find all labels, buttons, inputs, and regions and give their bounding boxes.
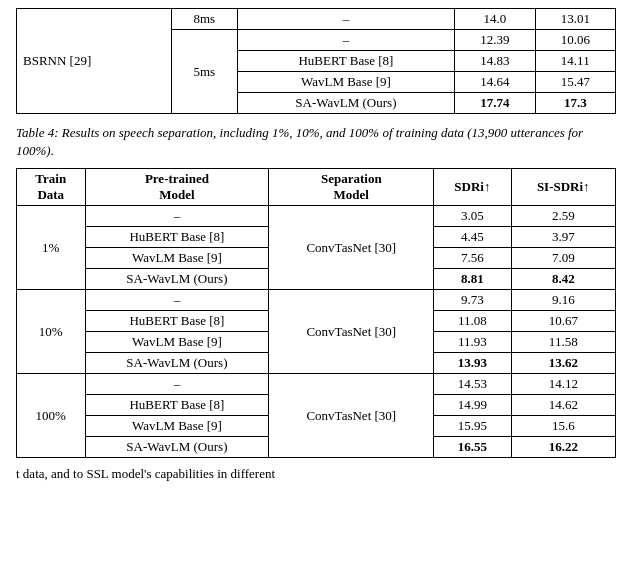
sisdri-val: 15.6 <box>511 416 615 437</box>
pretrained-hubert: HuBERT Base [8] <box>85 395 269 416</box>
pretrained-dash: – <box>85 206 269 227</box>
sisdri-2: 10.06 <box>535 30 615 51</box>
pretrained-sawavlm: SA-WavLM (Ours) <box>85 269 269 290</box>
sisdri-val-bold: 13.62 <box>511 353 615 374</box>
sisdri-val: 14.12 <box>511 374 615 395</box>
main-table: TrainData Pre-trainedModel SeparationMod… <box>16 168 616 458</box>
sisdri-val: 11.58 <box>511 332 615 353</box>
header-row: TrainData Pre-trainedModel SeparationMod… <box>17 169 616 206</box>
sdri-val: 11.08 <box>434 311 511 332</box>
header-pretrained-model: Pre-trainedModel <box>85 169 269 206</box>
sisdri-5: 17.3 <box>535 93 615 114</box>
sdri-1: 14.0 <box>455 9 535 30</box>
pretrained-hubert: HuBERT Base [8] <box>85 227 269 248</box>
sdri-5: 17.74 <box>455 93 535 114</box>
table-row: BSRNN [29] 8ms – 14.0 13.01 <box>17 9 616 30</box>
caption-prefix: Table 4: <box>16 125 62 140</box>
separation-convtasnet-1: ConvTasNet [30] <box>269 206 434 290</box>
sdri-val-bold: 16.55 <box>434 437 511 458</box>
pretrained-wavlm: WavLM Base [9] <box>85 332 269 353</box>
sisdri-4: 15.47 <box>535 72 615 93</box>
sdri-val: 4.45 <box>434 227 511 248</box>
sisdri-3: 14.11 <box>535 51 615 72</box>
pretrained-dash: – <box>85 290 269 311</box>
header-sisdri: SI-SDRi↑ <box>511 169 615 206</box>
bottom-note: t data, and to SSL model's capabilities … <box>16 466 616 482</box>
ms-5: 5ms <box>171 30 237 114</box>
sdri-val: 15.95 <box>434 416 511 437</box>
pretrained-dash: – <box>85 374 269 395</box>
sdri-val-bold: 8.81 <box>434 269 511 290</box>
sdri-val: 7.56 <box>434 248 511 269</box>
bsrnn-label: BSRNN [29] <box>17 9 172 114</box>
sdri-2: 12.39 <box>455 30 535 51</box>
sdri-val: 14.99 <box>434 395 511 416</box>
sdri-val: 14.53 <box>434 374 511 395</box>
pretrained-hubert: HuBERT Base [8] <box>85 311 269 332</box>
pretrained-wavlm: WavLM Base [9] <box>237 72 454 93</box>
header-separation-model: SeparationModel <box>269 169 434 206</box>
ms-8: 8ms <box>171 9 237 30</box>
header-train-data: TrainData <box>17 169 86 206</box>
sisdri-val-bold: 16.22 <box>511 437 615 458</box>
pretrained-sawavlm: SA-WavLM (Ours) <box>85 353 269 374</box>
header-sdri: SDRi↑ <box>434 169 511 206</box>
sisdri-val: 14.62 <box>511 395 615 416</box>
table-caption: Table 4: Results on speech separation, i… <box>16 124 616 160</box>
sisdri-1: 13.01 <box>535 9 615 30</box>
sdri-val: 9.73 <box>434 290 511 311</box>
pretrained-sawavlm: SA-WavLM (Ours) <box>237 93 454 114</box>
sisdri-val: 10.67 <box>511 311 615 332</box>
pretrained-dash-2: – <box>237 30 454 51</box>
train-data-1pct: 1% <box>17 206 86 290</box>
pretrained-dash-1: – <box>237 9 454 30</box>
sisdri-val: 9.16 <box>511 290 615 311</box>
table-row: 10% – ConvTasNet [30] 9.73 9.16 <box>17 290 616 311</box>
table-row: 100% – ConvTasNet [30] 14.53 14.12 <box>17 374 616 395</box>
sisdri-val: 3.97 <box>511 227 615 248</box>
sisdri-val: 7.09 <box>511 248 615 269</box>
sdri-val-bold: 13.93 <box>434 353 511 374</box>
sisdri-val: 2.59 <box>511 206 615 227</box>
sdri-val: 11.93 <box>434 332 511 353</box>
separation-convtasnet-3: ConvTasNet [30] <box>269 374 434 458</box>
sdri-3: 14.83 <box>455 51 535 72</box>
pretrained-wavlm: WavLM Base [9] <box>85 248 269 269</box>
top-table: BSRNN [29] 8ms – 14.0 13.01 5ms – 12.39 … <box>16 8 616 114</box>
train-data-10pct: 10% <box>17 290 86 374</box>
pretrained-wavlm: WavLM Base [9] <box>85 416 269 437</box>
caption-text: Results on speech separation, including … <box>16 125 583 158</box>
pretrained-sawavlm: SA-WavLM (Ours) <box>85 437 269 458</box>
train-data-100pct: 100% <box>17 374 86 458</box>
sdri-4: 14.64 <box>455 72 535 93</box>
sdri-val: 3.05 <box>434 206 511 227</box>
separation-convtasnet-2: ConvTasNet [30] <box>269 290 434 374</box>
sisdri-val-bold: 8.42 <box>511 269 615 290</box>
table-row: 1% – ConvTasNet [30] 3.05 2.59 <box>17 206 616 227</box>
pretrained-hubert: HuBERT Base [8] <box>237 51 454 72</box>
